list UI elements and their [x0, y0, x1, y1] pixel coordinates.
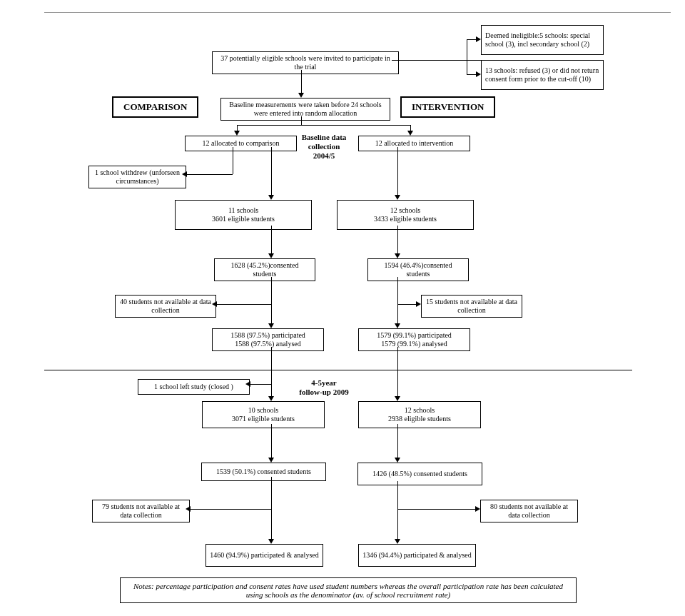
comp-schools1: 11 schools 3601 eligible students: [175, 200, 312, 230]
notes: Notes: percentage participation and cons…: [120, 577, 577, 603]
label-followup: 4-5year follow-up 2009: [299, 378, 349, 397]
comp-withdrew: 1 school withdrew (unforseen circumstanc…: [88, 166, 186, 188]
int-schools1: 12 schools 3433 eligible students: [337, 200, 474, 230]
comp-left: 1 school left study (closed ): [138, 379, 250, 395]
box-ineligible: Deemed ineligible:5 schools: special sch…: [481, 25, 604, 55]
comp-alloc: 12 allocated to comparison: [185, 136, 297, 151]
int-part1: 1579 (99.1%) participated 1579 (99.1%) a…: [358, 328, 470, 351]
box-baseline: Baseline measurements were taken before …: [220, 98, 390, 121]
box-refused: 13 schools: refused (3) or did not retur…: [481, 60, 604, 90]
comp-consent2: 1539 (50.1%) consented students: [201, 463, 326, 481]
int-part2: 1346 (94.4%) participated & analysed: [358, 544, 476, 567]
header-intervention: INTERVENTION: [400, 96, 495, 118]
header-comparison: COMPARISON: [112, 96, 198, 118]
comp-part1: 1588 (97.5%) participated 1588 (97.5%) a…: [212, 328, 324, 351]
comp-schools2: 10 schools 3071 eligible students: [202, 401, 325, 428]
comp-part2: 1460 (94.9%) participated & analysed: [206, 544, 323, 567]
comp-notavail1: 40 students not available at data collec…: [115, 295, 216, 318]
comp-consent1: 1628 (45.2%)consented students: [214, 258, 315, 281]
int-consent2: 1426 (48.5%) consented students: [357, 463, 482, 485]
flowchart: Deemed ineligible:5 schools: special sch…: [0, 0, 685, 616]
int-consent1: 1594 (46.4%)consented students: [367, 258, 469, 281]
int-alloc: 12 allocated to intervention: [358, 136, 470, 151]
int-notavail1: 15 students not available at data collec…: [421, 295, 522, 318]
label-baseline: Baseline data collection 2004/5: [299, 133, 349, 161]
comp-notavail2: 79 students not available at data collec…: [92, 500, 190, 522]
int-schools2: 12 schools 2938 eligible students: [358, 401, 481, 428]
int-notavail2: 80 students not available at data collec…: [480, 500, 578, 522]
box-eligible: 37 potentially eligible schools were inv…: [212, 51, 399, 74]
